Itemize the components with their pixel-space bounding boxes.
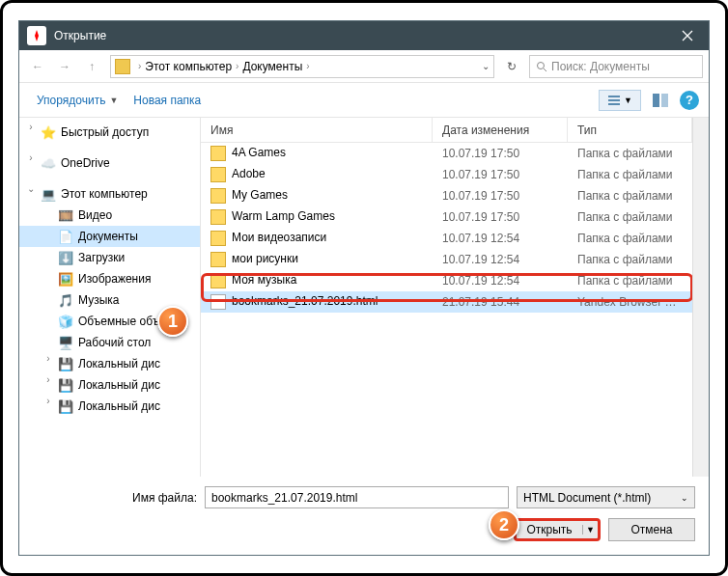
file-rows[interactable]: 4A Games10.07.19 17:50Папка с файламиAdo… [201,143,692,477]
refresh-button[interactable]: ↻ [500,55,523,78]
file-row[interactable]: мои рисунки10.07.19 12:54Папка с файлами [201,249,692,270]
new-folder-button[interactable]: Новая папка [126,90,209,111]
cancel-button[interactable]: Отмена [608,518,695,541]
toolbar: Упорядочить▼ Новая папка ▼ ? [19,83,709,118]
file-row[interactable]: Мои видеозаписи10.07.19 12:54Папка с фай… [201,228,692,249]
cube-icon: 🧊 [58,314,73,329]
up-button[interactable]: ↑ [79,54,104,79]
file-icon [210,294,226,310]
expand-icon[interactable]: › [42,374,54,385]
sidebar-images[interactable]: 🖼️Изображения [19,268,200,289]
collapse-icon[interactable]: ⌄ [25,183,37,194]
breadcrumb[interactable]: › Этот компьютер › Документы › ⌄ [110,55,494,78]
back-button[interactable]: ← [25,54,50,79]
col-type[interactable]: Тип [568,118,692,142]
navbar: ← → ↑ › Этот компьютер › Документы › ⌄ ↻… [19,50,709,83]
chevron-right-icon: › [236,61,238,71]
disk-icon: 💾 [58,377,73,393]
pc-icon: 💻 [41,186,56,202]
image-icon: 🖼️ [58,271,73,287]
svg-rect-2 [608,96,620,97]
file-row[interactable]: Моя музыка10.07.19 12:54Папка с файлами [201,270,692,291]
search-placeholder: Поиск: Документы [551,60,650,73]
document-icon: 📄 [58,229,73,244]
expand-icon[interactable]: › [25,122,37,132]
caret-down-icon: ⌄ [681,493,688,503]
disk-icon: 💾 [58,356,73,371]
sidebar-video[interactable]: 🎞️Видео [19,205,200,226]
caret-down-icon: ▼ [109,96,118,105]
caret-down-icon[interactable]: ▼ [582,525,598,535]
folder-icon [115,59,130,74]
help-button[interactable]: ? [680,91,699,110]
scrollbar[interactable] [692,118,709,477]
organize-button[interactable]: Упорядочить▼ [29,90,126,111]
breadcrumb-docs[interactable]: Документы [242,60,302,73]
window-title: Открытие [54,29,106,42]
sidebar-onedrive[interactable]: ☁️OneDrive [19,152,200,174]
folder-icon [210,188,226,204]
sidebar-downloads[interactable]: ⬇️Загрузки [19,247,200,268]
video-icon: 🎞️ [58,207,73,223]
annotation-callout-1: 1 [157,306,188,337]
breadcrumb-dropdown[interactable]: ⌄ [482,61,490,71]
sidebar-documents[interactable]: 📄Документы [19,226,200,247]
preview-button[interactable] [647,90,674,111]
desktop-icon: 🖥️ [58,335,73,350]
breadcrumb-pc[interactable]: Этот компьютер [145,60,232,73]
file-list: Имя Дата изменения Тип 4A Games10.07.19 … [201,118,692,477]
expand-icon[interactable]: › [42,396,54,406]
cloud-icon: ☁️ [41,155,56,171]
folder-icon [210,273,226,288]
svg-rect-4 [608,103,620,105]
main-area: › ⭐Быстрый доступ › ☁️OneDrive ⌄ 💻Этот к… [19,118,709,477]
caret-down-icon: ▼ [624,96,632,105]
star-icon: ⭐ [41,124,56,140]
search-input[interactable]: Поиск: Документы [529,55,703,78]
svg-point-0 [538,62,545,69]
disk-icon: 💾 [58,398,73,414]
file-open-dialog: Открытие ← → ↑ › Этот компьютер › Докуме… [18,20,710,556]
sidebar: › ⭐Быстрый доступ › ☁️OneDrive ⌄ 💻Этот к… [19,118,201,477]
close-button[interactable] [665,21,709,50]
svg-rect-5 [653,94,659,107]
music-icon: 🎵 [58,292,73,308]
file-row[interactable]: My Games10.07.19 17:50Папка с файлами [201,185,692,206]
bottom-panel: Имя файла: HTML Document (*.html)⌄ Откры… [19,477,709,555]
filename-label: Имя файла: [33,491,197,505]
folder-icon [210,209,226,225]
open-button[interactable]: Открыть ▼ [514,518,601,541]
file-row[interactable]: Warm Lamp Games10.07.19 17:50Папка с фай… [201,206,692,228]
expand-icon[interactable]: › [25,152,37,163]
svg-line-1 [544,69,546,71]
expand-icon[interactable]: › [42,353,54,364]
svg-rect-3 [608,99,620,101]
column-headers: Имя Дата изменения Тип [201,118,692,143]
sidebar-quick-access[interactable]: ⭐Быстрый доступ [19,122,200,143]
view-button[interactable]: ▼ [599,90,641,111]
col-name[interactable]: Имя [201,118,433,142]
file-row[interactable]: bookmarks_21.07.2019.html21.07.19 15:44Y… [201,291,692,313]
folder-icon [210,231,226,246]
folder-icon [210,167,226,182]
download-icon: ⬇️ [58,250,73,265]
file-row[interactable]: Adobe10.07.19 17:50Папка с файлами [201,164,692,185]
col-date[interactable]: Дата изменения [433,118,568,142]
file-row[interactable]: 4A Games10.07.19 17:50Папка с файлами [201,143,692,164]
chevron-right-icon: › [138,61,141,71]
sidebar-this-pc[interactable]: 💻Этот компьютер [19,183,200,205]
chevron-right-icon: › [306,61,309,71]
svg-rect-6 [661,94,668,107]
folder-icon [210,252,226,267]
filename-input[interactable] [205,486,509,508]
filetype-combo[interactable]: HTML Document (*.html)⌄ [517,486,695,508]
forward-button[interactable]: → [52,54,77,79]
yandex-icon [27,26,46,45]
titlebar: Открытие [19,21,709,50]
search-icon [536,61,547,72]
annotation-callout-2: 2 [489,509,519,540]
folder-icon [210,146,226,161]
